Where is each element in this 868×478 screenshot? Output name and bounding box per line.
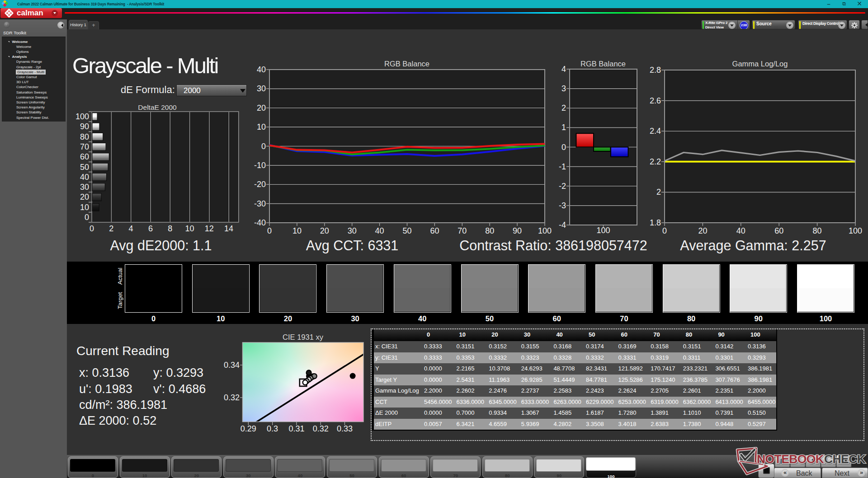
svg-text:CHECK: CHECK bbox=[824, 452, 866, 466]
svg-text:100: 100 bbox=[596, 226, 610, 235]
svg-text:70: 70 bbox=[458, 226, 467, 235]
svg-text:80: 80 bbox=[80, 132, 89, 141]
svg-text:4: 4 bbox=[129, 224, 133, 233]
svg-text:6: 6 bbox=[148, 224, 153, 233]
svg-text:100: 100 bbox=[538, 226, 552, 235]
svg-text:-3: -3 bbox=[559, 201, 566, 210]
svg-text:100: 100 bbox=[75, 112, 89, 121]
svg-text:20: 20 bbox=[698, 226, 707, 235]
svg-text:50: 50 bbox=[402, 226, 411, 235]
svg-text:0.29: 0.29 bbox=[241, 424, 256, 433]
svg-text:40: 40 bbox=[375, 226, 384, 235]
svg-text:-2: -2 bbox=[559, 182, 566, 191]
svg-text:10: 10 bbox=[185, 224, 194, 233]
svg-text:0.32: 0.32 bbox=[224, 393, 240, 402]
svg-text:0.32: 0.32 bbox=[313, 424, 329, 433]
svg-text:40: 40 bbox=[257, 65, 266, 74]
svg-text:4: 4 bbox=[561, 65, 566, 74]
svg-text:Gamma Log/Log: Gamma Log/Log bbox=[732, 60, 788, 68]
svg-text:20: 20 bbox=[80, 192, 89, 202]
svg-text:0.3: 0.3 bbox=[267, 424, 278, 433]
svg-text:3: 3 bbox=[561, 84, 566, 93]
svg-text:2: 2 bbox=[109, 224, 113, 233]
svg-text:-40: -40 bbox=[254, 218, 266, 227]
svg-text:2: 2 bbox=[656, 187, 661, 197]
svg-text:10: 10 bbox=[257, 122, 266, 131]
svg-text:60: 60 bbox=[774, 226, 783, 235]
svg-text:10: 10 bbox=[292, 226, 302, 235]
svg-text:0.33: 0.33 bbox=[337, 424, 353, 433]
svg-text:RGB Balance: RGB Balance bbox=[580, 60, 626, 68]
svg-text:-1: -1 bbox=[559, 162, 566, 171]
svg-text:2.2: 2.2 bbox=[650, 157, 661, 166]
svg-text:-10: -10 bbox=[254, 161, 266, 170]
svg-text:30: 30 bbox=[257, 84, 266, 93]
svg-text:2.6: 2.6 bbox=[650, 96, 661, 105]
svg-text:0: 0 bbox=[85, 213, 89, 222]
svg-text:0: 0 bbox=[561, 143, 566, 152]
svg-text:20: 20 bbox=[320, 226, 329, 235]
svg-text:-20: -20 bbox=[254, 180, 266, 189]
svg-text:0: 0 bbox=[261, 142, 266, 151]
svg-text:30: 30 bbox=[80, 183, 89, 192]
svg-text:100: 100 bbox=[849, 226, 862, 235]
svg-text:0: 0 bbox=[267, 226, 272, 235]
svg-text:DeltaE 2000: DeltaE 2000 bbox=[138, 103, 177, 111]
svg-text:0.34: 0.34 bbox=[224, 361, 240, 370]
svg-text:-4: -4 bbox=[559, 220, 566, 230]
svg-text:NOTEBOOK: NOTEBOOK bbox=[757, 452, 824, 466]
svg-text:90: 90 bbox=[80, 122, 89, 131]
svg-text:60: 60 bbox=[80, 152, 89, 161]
svg-text:CIE 1931 xy: CIE 1931 xy bbox=[283, 333, 324, 341]
svg-text:2.8: 2.8 bbox=[650, 66, 661, 75]
svg-text:40: 40 bbox=[80, 173, 89, 182]
svg-text:12: 12 bbox=[205, 224, 214, 233]
svg-text:1.8: 1.8 bbox=[650, 218, 661, 227]
svg-text:10: 10 bbox=[80, 203, 89, 212]
svg-text:80: 80 bbox=[813, 226, 822, 235]
svg-text:RGB Balance: RGB Balance bbox=[384, 60, 429, 68]
svg-text:50: 50 bbox=[80, 163, 89, 172]
svg-text:60: 60 bbox=[430, 226, 439, 235]
svg-text:70: 70 bbox=[80, 142, 89, 151]
svg-text:1: 1 bbox=[561, 123, 566, 132]
svg-text:0.31: 0.31 bbox=[288, 424, 304, 433]
svg-text:2.4: 2.4 bbox=[650, 127, 661, 136]
svg-text:80: 80 bbox=[485, 226, 494, 235]
svg-text:20: 20 bbox=[257, 103, 266, 112]
svg-text:30: 30 bbox=[348, 226, 357, 235]
svg-text:40: 40 bbox=[736, 226, 745, 235]
svg-text:8: 8 bbox=[168, 224, 172, 233]
svg-text:90: 90 bbox=[513, 226, 522, 235]
svg-text:2: 2 bbox=[561, 103, 566, 112]
svg-text:0: 0 bbox=[90, 224, 94, 233]
svg-text:0: 0 bbox=[662, 226, 667, 235]
svg-text:-30: -30 bbox=[254, 199, 266, 208]
svg-text:14: 14 bbox=[224, 224, 233, 233]
